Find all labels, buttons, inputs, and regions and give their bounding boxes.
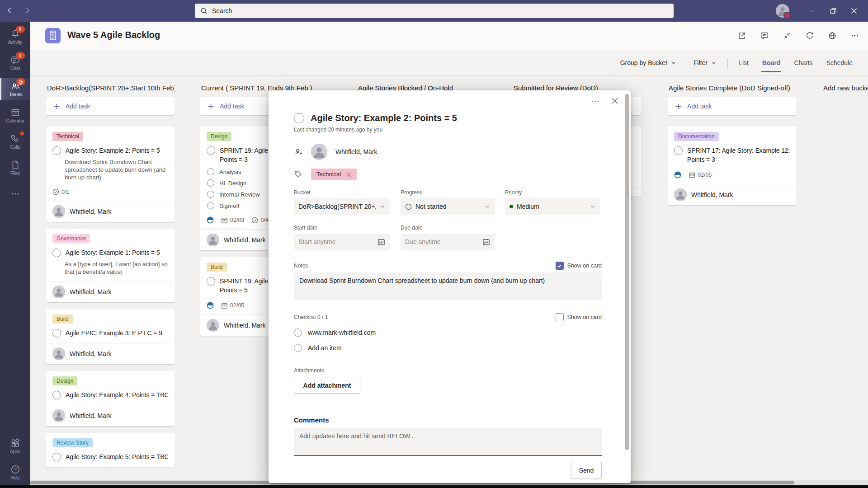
- tab-charts[interactable]: Charts: [794, 50, 812, 76]
- plus-icon: [675, 103, 682, 110]
- start-date-input[interactable]: Start anytime: [294, 234, 390, 250]
- card-title-row: Agile Story: Example 1: Points = 5: [52, 248, 168, 257]
- calls-dot-badge: [20, 131, 24, 136]
- add-attachment-button[interactable]: Add attachment: [294, 377, 360, 394]
- user-avatar[interactable]: [776, 4, 789, 18]
- collapse-icon[interactable]: [782, 31, 792, 41]
- add-assignee-icon[interactable]: [294, 147, 304, 157]
- open-in-new-window-icon[interactable]: [737, 31, 747, 41]
- task-card[interactable]: GovernanceAgile Story: Example 1: Points…: [46, 229, 175, 302]
- forward-icon[interactable]: [22, 5, 33, 16]
- card-label-badge[interactable]: Design: [207, 132, 231, 141]
- sidebar-item-calendar[interactable]: Calendar: [0, 104, 30, 127]
- sidebar-item-files[interactable]: Files: [0, 156, 30, 179]
- progress-select[interactable]: Not started: [401, 198, 495, 215]
- notes-show-on-card[interactable]: Show on card: [556, 262, 602, 270]
- sidebar-item-teams[interactable]: @ Teams: [0, 78, 30, 100]
- task-complete-toggle[interactable]: [207, 277, 215, 286]
- sidebar-more-button[interactable]: [0, 183, 30, 205]
- refresh-icon[interactable]: [805, 31, 815, 41]
- notes-textarea[interactable]: Download Sprint Burndown Chart spreadshe…: [294, 272, 602, 300]
- card-title: Agile EPIC: Example 3: E P I C = 9: [66, 328, 162, 338]
- plus-icon: [208, 103, 214, 110]
- checklist-add-item[interactable]: Add an item: [294, 344, 602, 352]
- checklist-item-circle[interactable]: [294, 328, 302, 337]
- card-label-badge[interactable]: Technical: [52, 132, 83, 141]
- priority-select[interactable]: Medium: [505, 198, 600, 215]
- add-new-bucket-button[interactable]: Add new bucket: [823, 84, 868, 92]
- group-by-dropdown[interactable]: Group by Bucket: [620, 59, 676, 66]
- assignee-name: Whitfield, Mark: [70, 208, 112, 215]
- dialog-scrollbar[interactable]: [625, 94, 629, 479]
- sidebar-item-help[interactable]: ? Help: [0, 461, 30, 483]
- card-label-badge[interactable]: Build: [207, 263, 227, 272]
- sidebar-item-calls[interactable]: Calls: [0, 130, 30, 153]
- card-label-badge[interactable]: Documentation: [674, 132, 719, 141]
- assignee-avatar[interactable]: [311, 144, 327, 160]
- tab-board[interactable]: Board: [762, 50, 780, 76]
- card-label-badge[interactable]: Build: [52, 314, 73, 324]
- checklist-item-circle[interactable]: [207, 191, 214, 198]
- filter-dropdown[interactable]: Filter: [693, 59, 717, 66]
- back-icon[interactable]: [4, 5, 15, 16]
- due-date-chip: 02/03: [221, 217, 244, 224]
- task-complete-toggle[interactable]: [52, 391, 61, 399]
- search-input[interactable]: Search: [195, 4, 674, 18]
- card-label-badge[interactable]: Design: [52, 376, 77, 385]
- activity-badge: 2: [16, 26, 25, 33]
- task-complete-toggle[interactable]: [52, 249, 61, 257]
- phone-icon: [10, 133, 21, 144]
- task-complete-toggle[interactable]: [52, 146, 61, 155]
- add-task-button[interactable]: Add task: [668, 97, 796, 115]
- checklist-item-circle[interactable]: [207, 202, 214, 209]
- avatar: [52, 205, 65, 218]
- checklist-item[interactable]: www.mark-whitfield.com: [294, 328, 602, 337]
- comment-input[interactable]: Add updates here and hit send BELOW...: [294, 428, 602, 456]
- task-complete-toggle[interactable]: [294, 113, 304, 123]
- add-task-button[interactable]: Add task: [46, 97, 175, 115]
- task-card[interactable]: DesignAgile Story: Example 4: Points = T…: [46, 371, 175, 426]
- tab-list[interactable]: List: [739, 50, 749, 76]
- send-button[interactable]: Send: [571, 462, 602, 479]
- task-complete-toggle[interactable]: [207, 146, 215, 155]
- card-label-badge[interactable]: Governance: [52, 234, 90, 243]
- minimize-button[interactable]: [802, 0, 823, 22]
- column-header[interactable]: DoR>Backlog(SPRINT 20+,Start 10th Feb): [47, 84, 175, 92]
- label-badge[interactable]: Technical: [311, 169, 357, 180]
- website-globe-icon[interactable]: [827, 31, 837, 41]
- sidebar-item-activity[interactable]: 2 Activity: [0, 25, 30, 48]
- checkbox-unchecked-icon[interactable]: [556, 313, 564, 321]
- checkbox-checked-icon[interactable]: [556, 262, 564, 270]
- checklist-item-circle[interactable]: [207, 168, 214, 175]
- dialog-close-icon[interactable]: [611, 97, 619, 106]
- card-label-badge[interactable]: Review Story: [52, 438, 93, 447]
- checklist-show-on-card[interactable]: Show on card: [556, 313, 602, 321]
- tag-icon[interactable]: [294, 170, 303, 179]
- more-options-icon[interactable]: [850, 31, 860, 41]
- close-window-button[interactable]: [844, 0, 864, 22]
- due-date-chip: 02/05: [689, 172, 712, 178]
- avatar: [207, 234, 219, 246]
- sidebar-item-apps[interactable]: Apps: [0, 435, 30, 457]
- restore-button[interactable]: [823, 0, 844, 22]
- conversation-icon[interactable]: [760, 31, 769, 41]
- task-card[interactable]: BuildAgile EPIC: Example 3: E P I C = 9W…: [46, 309, 175, 364]
- start-date-label: Start date: [294, 225, 390, 231]
- task-complete-toggle[interactable]: [52, 453, 61, 461]
- task-complete-toggle[interactable]: [674, 146, 683, 155]
- calendar-icon: [377, 238, 385, 246]
- tab-schedule[interactable]: Schedule: [826, 50, 853, 76]
- task-card[interactable]: Review StoryAgile Story: Example 5: Poin…: [46, 433, 175, 467]
- task-card[interactable]: DocumentationSPRINT 17: Agile Story: Exa…: [668, 127, 796, 205]
- card-title-line: Agile Story: Example 4: Points = TBC: [66, 390, 168, 399]
- task-card[interactable]: TechnicalAgile Story: Example 2: Points …: [46, 127, 175, 222]
- sidebar-item-chat[interactable]: 1 Chat: [0, 52, 30, 74]
- bucket-select[interactable]: DoR>Backlog(SPRINT 20+,...: [294, 198, 390, 215]
- remove-label-icon[interactable]: [346, 172, 351, 177]
- title-bar: Search: [0, 0, 868, 22]
- due-date-input[interactable]: Due anytime: [401, 234, 495, 250]
- column-header[interactable]: Agile Stories Complete (DoD Signed-off): [669, 84, 796, 92]
- task-complete-toggle[interactable]: [52, 329, 61, 338]
- dialog-more-icon[interactable]: [591, 97, 600, 106]
- checklist-item-circle[interactable]: [207, 179, 214, 187]
